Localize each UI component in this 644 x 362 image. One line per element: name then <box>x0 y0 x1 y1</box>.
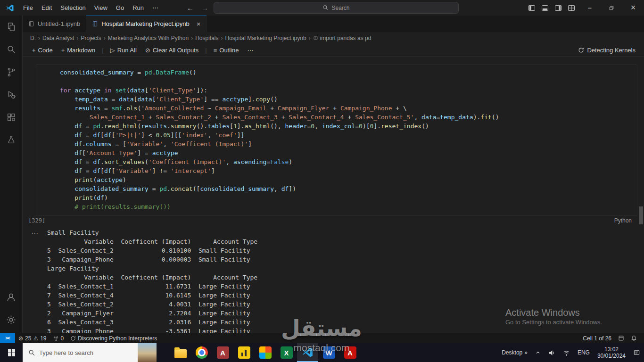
add-code-cell-button[interactable]: +Code <box>28 44 57 56</box>
chrome-glyph <box>196 346 208 359</box>
title-bar: FileEditSelectionViewGoRun⋯ ← → Search −… <box>0 0 644 16</box>
ports-indicator[interactable]: 0 <box>50 333 67 344</box>
file-explorer-icon[interactable] <box>170 343 191 362</box>
search-highlight-image[interactable] <box>138 343 157 362</box>
menu-run[interactable]: Run <box>128 3 148 13</box>
code-line: df = df.sort_values('Coefficent (Impact)… <box>60 157 633 166</box>
output-line: 6 Sales_Contact_3 2.0316 Large Facility <box>47 318 257 327</box>
testing-icon[interactable] <box>0 129 23 151</box>
volume-icon[interactable] <box>545 343 559 362</box>
cell-output: Small Facility Variable Coefficent (Impa… <box>47 228 257 333</box>
restore-button[interactable] <box>601 0 622 16</box>
output-line: 7 Sales_Contact_4 10.6145 Large Facility <box>47 291 257 300</box>
close-icon[interactable]: × <box>197 20 201 27</box>
run-debug-icon[interactable] <box>0 83 23 106</box>
notebook-editor: consolidated_summary = pd.DataFrame() fo… <box>23 57 644 333</box>
output-line: 5 Sales_Contact_2 0.810100 Small Facilit… <box>47 246 257 255</box>
notebook-icon <box>92 21 98 27</box>
network-icon[interactable] <box>559 343 574 362</box>
word-icon[interactable]: W <box>318 343 339 362</box>
toolbar-more-button[interactable]: ⋯ <box>243 44 257 56</box>
breadcrumb-item[interactable]: import pandas as pd <box>313 35 372 41</box>
cell-code-editor[interactable]: consolidated_summary = pd.DataFrame() fo… <box>36 65 637 215</box>
scrollbar-thumb[interactable] <box>639 206 643 224</box>
toggle-panel-icon[interactable] <box>541 4 549 12</box>
forward-icon[interactable]: → <box>201 4 208 12</box>
menu-view[interactable]: View <box>90 3 112 13</box>
editor-layout-icon[interactable] <box>615 333 627 344</box>
command-center-search[interactable]: Search <box>214 2 459 14</box>
chevron-right-icon: › <box>221 35 223 41</box>
tab-untitled-1[interactable]: Untitled-1.ipynb <box>23 16 86 32</box>
file-explorer-glyph <box>174 349 187 358</box>
powerbi-glyph <box>238 346 250 359</box>
tab-hospital-marketing-project[interactable]: Hospital Marketing Project.ipynb × <box>86 16 206 32</box>
kernel-picker[interactable]: Detecting Kernels <box>578 44 636 57</box>
cell-language-picker[interactable]: Python <box>614 217 632 224</box>
menu-selection[interactable]: Selection <box>56 3 90 13</box>
close-button[interactable]: × <box>622 0 644 16</box>
settings-gear-icon[interactable] <box>0 308 23 331</box>
breadcrumb-item[interactable]: Marketing Analytics With Python <box>108 35 189 41</box>
access-icon[interactable]: A <box>212 343 233 362</box>
code-cell[interactable]: consolidated_summary = pd.DataFrame() fo… <box>36 64 637 216</box>
language-indicator[interactable]: ENG <box>574 343 594 362</box>
notebook-toolbar: +Code +Markdown | ▷Run All ⊘Clear All Ou… <box>23 44 644 57</box>
breadcrumb-item[interactable]: Hospital Marketing Project.ipynb <box>225 35 306 41</box>
clear-all-outputs-button[interactable]: ⊘Clear All Outputs <box>141 44 202 56</box>
taskbar-search[interactable]: Type here to search <box>23 343 157 362</box>
search-sidebar-icon[interactable] <box>0 38 23 61</box>
output-collapse-icon[interactable]: ⋯ <box>31 229 39 238</box>
acrobat-glyph: A <box>344 346 356 359</box>
layout-controls <box>528 0 575 16</box>
powerbi-icon[interactable] <box>233 343 255 362</box>
menu-more[interactable]: ⋯ <box>148 3 163 13</box>
breadcrumb-item[interactable]: Data Analyst <box>42 35 74 41</box>
search-icon <box>322 5 329 11</box>
toggle-sidebar-icon[interactable] <box>528 4 536 12</box>
breadcrumb-item[interactable]: D: <box>30 35 36 41</box>
menu-edit[interactable]: Edit <box>37 3 56 13</box>
run-all-icon: ▷ <box>110 47 115 54</box>
chrome-icon[interactable] <box>191 343 212 362</box>
breadcrumb-item[interactable]: Projects <box>81 35 101 41</box>
explorer-icon[interactable] <box>0 16 23 38</box>
vscode-icon[interactable] <box>297 343 318 362</box>
toolbar-separator: | <box>203 47 208 54</box>
start-button[interactable] <box>0 343 23 362</box>
desktop-toolbar[interactable]: Desktop » <box>498 343 531 362</box>
excel-glyph: X <box>281 346 293 359</box>
customize-layout-icon[interactable] <box>568 4 575 12</box>
sync-spinner-icon <box>70 336 76 341</box>
minimize-button[interactable]: − <box>579 0 601 16</box>
add-markdown-cell-button[interactable]: +Markdown <box>58 44 99 56</box>
error-icon: ⊘ <box>18 335 23 342</box>
extensions-icon[interactable] <box>0 106 23 129</box>
clock[interactable]: 13:02 30/01/2024 <box>594 346 629 359</box>
python-discovery-status[interactable]: Discovering Python Interpreters <box>67 333 160 344</box>
action-center-icon[interactable] <box>629 343 644 362</box>
bell-icon[interactable] <box>627 333 640 344</box>
windows-logo-icon <box>8 349 15 356</box>
chevron-right-icon: › <box>103 35 106 41</box>
run-all-button[interactable]: ▷Run All <box>107 44 140 56</box>
source-control-icon[interactable] <box>0 61 23 83</box>
output-line: Small Facility <box>47 228 257 237</box>
breadcrumb-item[interactable]: Hospitals <box>195 35 218 41</box>
toggle-secondary-sidebar-icon[interactable] <box>554 4 562 12</box>
cell-position-indicator[interactable]: Cell 1 of 26 <box>579 333 615 344</box>
account-icon[interactable] <box>0 286 23 308</box>
code-line: df = df[df['Variable'] != 'Intercept'] <box>60 166 633 175</box>
excel-icon[interactable]: X <box>276 343 297 362</box>
remote-indicator[interactable]: >< <box>0 333 15 344</box>
back-icon[interactable]: ← <box>187 4 194 12</box>
colorful-app-icon[interactable] <box>255 343 276 362</box>
menu-go[interactable]: Go <box>112 3 128 13</box>
hidden-icons-chevron[interactable] <box>531 343 545 362</box>
menu-file[interactable]: File <box>19 3 37 13</box>
acrobat-icon[interactable]: A <box>339 343 361 362</box>
chevron-right-icon: › <box>38 35 41 41</box>
problems-indicator[interactable]: ⊘25 ⚠19 <box>15 333 50 344</box>
outline-button[interactable]: ≡Outline <box>210 44 243 56</box>
activity-bar-bottom <box>0 286 23 331</box>
